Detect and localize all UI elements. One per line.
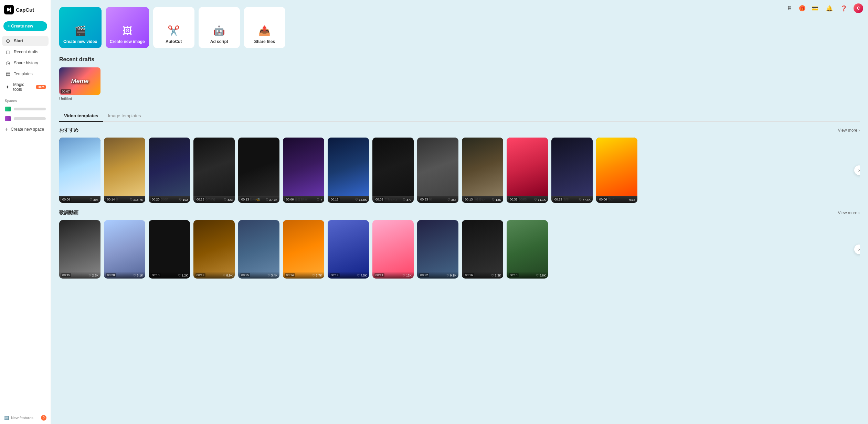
chevron-right-icon: ›: [858, 128, 860, 133]
draft-duration: 00:07: [61, 89, 71, 94]
autocut-card[interactable]: ✂️ AutoCut: [153, 7, 194, 48]
create-new-image-card[interactable]: 🖼 Create new image: [106, 7, 149, 48]
view-more-lyrics[interactable]: View more ›: [838, 210, 860, 215]
template-likes: ♡ 192: [179, 198, 188, 202]
template-card[interactable]: 00:15♡ 2.3K: [59, 220, 100, 279]
template-card[interactable]: 00:06♡ 7洋楽で編集動画: [283, 138, 324, 203]
sidebar-item-templates[interactable]: ▤ Templates: [2, 69, 49, 79]
gift-icon[interactable]: 🎁: [799, 5, 805, 11]
template-likes: ♡ 323: [224, 198, 233, 202]
template-card[interactable]: 00:20♡ 5.1K: [104, 220, 145, 279]
logo-area[interactable]: CapCut: [0, 0, 51, 19]
recommended-section: おすすめ View more › 00:06♡ 394海の波 00:14♡ 21…: [59, 127, 860, 203]
capcut-logo-icon: [4, 5, 14, 14]
share-files-icon: 📤: [258, 25, 271, 36]
create-image-label: Create new image: [110, 39, 145, 44]
bell-icon[interactable]: 🔔: [825, 3, 834, 13]
recent-drafts-title: Recent drafts: [59, 56, 860, 63]
template-duration: 00:33: [419, 197, 429, 202]
sidebar-item-magic-tools[interactable]: ✦ Magic tools Beta: [2, 80, 49, 94]
tab-image-templates[interactable]: Image templates: [103, 110, 146, 122]
template-likes: ♡ 354: [447, 198, 456, 202]
spaces-section-label: Spaces: [0, 96, 51, 104]
scroll-right-recommended[interactable]: ›: [854, 165, 860, 175]
image-icon: 🖼: [123, 25, 132, 36]
monitor-icon[interactable]: 🖥: [785, 3, 794, 13]
help-icon[interactable]: ❓: [839, 3, 849, 13]
space-item-1[interactable]: [2, 105, 49, 113]
template-duration: 00:12: [553, 197, 563, 202]
tab-video-templates[interactable]: Video templates: [59, 110, 103, 122]
template-tabs: Video templates Image templates: [59, 110, 860, 122]
create-new-video-card[interactable]: 🎬 Create new video: [59, 7, 102, 48]
sidebar-item-label: Templates: [14, 72, 33, 76]
template-likes: ♡ 14.8K: [355, 198, 367, 202]
template-card[interactable]: 00:16♡ 7.3K: [462, 220, 503, 279]
create-new-space-button[interactable]: + Create new space: [2, 124, 49, 134]
recommended-templates-scroll: 00:06♡ 394海の波 00:14♡ 218.7Kreminder 00:2…: [59, 138, 860, 203]
space-label-bar-2: [14, 117, 46, 120]
ad-script-icon: 🤖: [213, 25, 225, 36]
sidebar-item-recent-drafts[interactable]: ◻ Recent drafts: [2, 47, 49, 57]
drafts-row: Meme 00:07 Untitled: [59, 67, 860, 101]
template-card[interactable]: 00:25♡ 3.4K: [238, 220, 279, 279]
space-item-2[interactable]: [2, 115, 49, 123]
sidebar-item-share-history[interactable]: ◷ Share history: [2, 58, 49, 68]
template-duration: 00:16: [464, 273, 474, 277]
template-card[interactable]: 00:06♡ 394海の波: [59, 138, 100, 203]
lyrics-templates-scroll: 00:15♡ 2.3K 00:20♡ 5.1K 00:18♡ 1.2K 00:1…: [59, 220, 860, 279]
template-duration: 00:12: [330, 197, 340, 202]
template-duration: 00:13: [195, 197, 205, 202]
template-card[interactable]: 00:22♡ 9.1K: [417, 220, 458, 279]
template-card[interactable]: 00:12♡ 14.8Kいおね: [328, 138, 369, 203]
avatar[interactable]: C: [854, 3, 863, 13]
template-card[interactable]: 00:33♡ 354koresene: [417, 138, 458, 203]
template-duration: 00:12: [195, 273, 205, 277]
new-features-label: New features: [11, 416, 33, 420]
template-card[interactable]: 00:14♡ 6.7K: [283, 220, 324, 279]
template-card[interactable]: 00:20♡ 192Slow motion: [149, 138, 190, 203]
sidebar-item-label: Recent drafts: [14, 50, 38, 54]
template-duration: 00:14: [285, 273, 295, 277]
template-card[interactable]: 00:13♡ 27.7K群迷気動画🐝: [238, 138, 279, 203]
template-card[interactable]: 00:12♡ 77.4Ki don't care: [551, 138, 593, 203]
template-card[interactable]: 00:11♡ 12K: [372, 220, 414, 279]
template-duration: 00:25: [240, 273, 250, 277]
template-card[interactable]: 00:19♡ 4.5K: [328, 220, 369, 279]
template-card[interactable]: 00:069:16Photo Your: [596, 138, 637, 203]
template-likes: ♡ 13K: [492, 198, 501, 202]
billing-icon[interactable]: 💳: [810, 3, 820, 13]
view-more-recommended[interactable]: View more ›: [838, 128, 860, 133]
space-dot-2: [5, 116, 11, 121]
template-likes: ♡ 7: [317, 198, 322, 202]
template-duration: 00:15: [61, 273, 71, 277]
template-likes: ♡ 2.3K: [88, 274, 98, 277]
template-card[interactable]: 00:09♡ 477流行ってるやつ: [372, 138, 414, 203]
template-likes: 9:16: [629, 198, 635, 202]
template-duration: 00:06: [285, 197, 295, 202]
template-card[interactable]: 00:31♡ 11.1Kcouple goals: [507, 138, 548, 203]
templates-icon: ▤: [5, 71, 11, 77]
recent-drafts-icon: ◻: [5, 49, 11, 55]
ad-script-card[interactable]: 🤖 Ad script: [199, 7, 240, 48]
template-card[interactable]: 00:13♡ 13K3 photo 可愛い: [462, 138, 503, 203]
plus-icon: +: [5, 126, 8, 132]
template-card[interactable]: 00:13♡ 323good morning: [193, 138, 235, 203]
template-likes: ♡ 27.7K: [266, 198, 277, 202]
chevron-right-icon: ›: [858, 210, 860, 215]
template-duration: 00:20: [106, 273, 116, 277]
new-features-item[interactable]: 🆕 New features ?: [0, 412, 51, 424]
main-content: 🎬 Create new video 🖼 Create new image ✂️…: [51, 0, 868, 424]
view-more-label: View more: [838, 210, 857, 215]
sidebar-item-start[interactable]: ⊙ Start: [2, 36, 49, 46]
create-new-button[interactable]: + Create new: [3, 21, 47, 31]
start-icon: ⊙: [5, 38, 11, 44]
template-card[interactable]: 00:12♡ 8.9K: [193, 220, 235, 279]
draft-card[interactable]: Meme 00:07 Untitled: [59, 67, 100, 101]
template-card[interactable]: 00:14♡ 218.7Kreminder: [104, 138, 145, 203]
space-dot-1: [5, 107, 11, 111]
template-card[interactable]: 00:18♡ 1.2K: [149, 220, 190, 279]
scroll-right-lyrics[interactable]: ›: [854, 244, 860, 254]
share-files-card[interactable]: 📤 Share files: [244, 7, 285, 48]
template-card[interactable]: 00:13♡ 5.8K: [507, 220, 548, 279]
